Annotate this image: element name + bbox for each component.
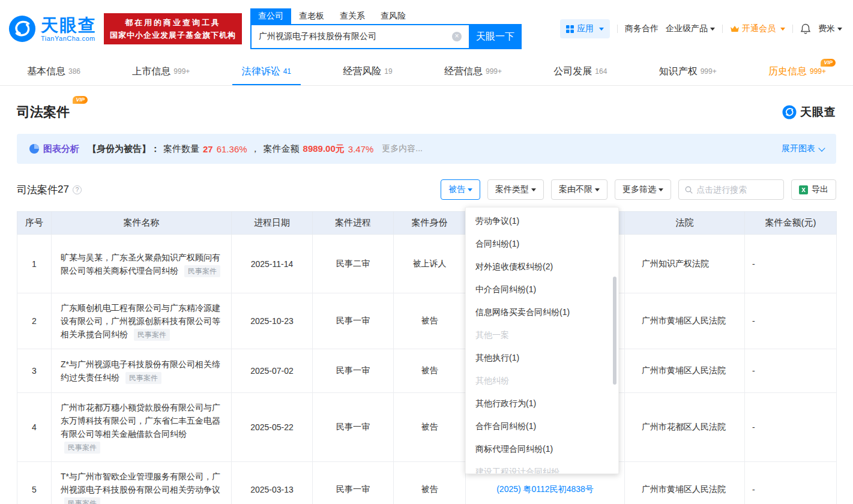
- more-filters-button[interactable]: 更多筛选: [615, 179, 671, 200]
- enterprise-products-link[interactable]: 企业级产品: [666, 23, 715, 34]
- dropdown-option-disabled: 其他一案: [466, 323, 618, 346]
- help-icon[interactable]: ?: [73, 185, 82, 194]
- cause-filter-button[interactable]: 案由不限: [551, 179, 607, 200]
- dropdown-option[interactable]: 合作合同纠纷(1): [466, 415, 618, 437]
- case-name-link[interactable]: T*与广州市智欧企业管理服务有限公司，广州视源电子科技股份有限公司相关劳动争议: [61, 472, 220, 494]
- case-row: 3 Z*与广州视源电子科技股份有限公司相关缔约过失责任纠纷 民事案件 2025-…: [17, 349, 837, 393]
- case-role: 被告: [394, 293, 466, 349]
- divider: [792, 25, 793, 33]
- case-number-link[interactable]: (2025) 粤0112民初4838号: [496, 484, 594, 494]
- business-coop-link[interactable]: 商务合作: [625, 23, 659, 34]
- case-name-cell[interactable]: Z*与广州视源电子科技股份有限公司相关缔约过失责任纠纷 民事案件: [52, 349, 232, 393]
- clear-icon[interactable]: ×: [452, 32, 462, 41]
- case-amount-label: 案件金额: [264, 143, 300, 155]
- tab-history-info[interactable]: VIP 历史信息999+: [768, 58, 826, 85]
- dropdown-option[interactable]: 其他行政行为(1): [466, 392, 618, 415]
- dropdown-option-disabled: 其他纠纷: [466, 369, 618, 392]
- tab-basic-info[interactable]: 基本信息386: [27, 58, 80, 85]
- progress-date: 2025-07-02: [232, 349, 313, 393]
- search-tab-boss[interactable]: 查老板: [291, 8, 332, 24]
- case-type-filter-button[interactable]: 案件类型: [487, 179, 544, 200]
- tianyancha-logo-icon: [782, 105, 797, 119]
- case-type-tag: 民事案件: [184, 265, 220, 277]
- cause-filter-dropdown: 劳动争议(1) 合同纠纷(1) 对外追收债权纠纷(2) 中介合同纠纷(1) 信息…: [465, 207, 619, 474]
- progress-date: 2025-11-14: [232, 235, 313, 293]
- more-content-link[interactable]: 更多内容...: [382, 143, 423, 154]
- tab-operation-risk[interactable]: 经营风险19: [343, 58, 392, 85]
- chevron-down-icon: [531, 188, 536, 191]
- user-menu[interactable]: 费米: [818, 23, 842, 34]
- case-amount: -: [745, 349, 837, 393]
- search-tab-company[interactable]: 查公司: [250, 8, 291, 24]
- tab-listing-info[interactable]: 上市信息999+: [132, 58, 190, 85]
- dropdown-scrollbar[interactable]: [613, 277, 616, 385]
- chart-analysis-bar: 图表分析 【身份为被告】： 案件数量 27 61.36% ， 案件金额 8989…: [17, 134, 836, 164]
- comma: ，: [251, 143, 260, 155]
- case-amount-percent: 3.47%: [348, 144, 374, 154]
- dropdown-option[interactable]: 合同纠纷(1): [466, 232, 618, 255]
- col-header-court: 法院: [625, 212, 745, 235]
- dropdown-option[interactable]: 对外追收债权纠纷(2): [466, 255, 618, 278]
- chevron-down-icon: [659, 188, 663, 191]
- case-row: 1 旷某与吴某，广东圣火聚鼎知识产权顾问有限公司等相关商标代理合同纠纷 民事案件…: [17, 235, 837, 293]
- apps-menu[interactable]: 应用: [560, 19, 610, 38]
- top-header: 天眼查 TianYanCha.com 都在用的商业查询工具 国家中小企业发展子基…: [0, 0, 853, 58]
- case-amount: -: [745, 393, 837, 462]
- expand-chart-link[interactable]: 展开图表: [782, 143, 824, 154]
- search-button[interactable]: 天眼一下: [469, 24, 522, 49]
- company-detail-tabs: 基本信息386 上市信息999+ 法律诉讼41 经营风险19 经营信息999+ …: [0, 58, 853, 86]
- apps-label: 应用: [577, 23, 594, 34]
- table-search-box[interactable]: [678, 179, 784, 200]
- search-tab-relation[interactable]: 查关系: [332, 8, 373, 24]
- dropdown-option[interactable]: 中介合同纠纷(1): [466, 278, 618, 301]
- tab-legal-proceedings[interactable]: 法律诉讼41: [242, 58, 291, 85]
- top-nav: 应用 商务合作 企业级产品 开通会员: [560, 19, 842, 38]
- case-name-cell[interactable]: T*与广州市智欧企业管理服务有限公司，广州视源电子科技股份有限公司相关劳动争议 …: [52, 462, 232, 504]
- brand-watermark: 天眼查: [782, 104, 836, 120]
- col-header-case-role: 案件身份: [394, 212, 466, 235]
- case-type-tag: 民事案件: [64, 497, 100, 504]
- chevron-down-icon: [818, 145, 825, 151]
- court: 广州知识产权法院: [625, 235, 745, 293]
- filter-row: 司法案件27 ? 被告 案件类型 案由不限 更多筛选: [0, 179, 853, 200]
- case-name-link[interactable]: 广州市花都万穗小额贷款股份有限公司与广东万博科技有限公司，广东省仁丰五金电器有限…: [61, 403, 220, 439]
- case-role: 被上诉人: [394, 235, 466, 293]
- search-tab-risk[interactable]: 查风险: [373, 8, 414, 24]
- tab-company-development[interactable]: 公司发展164: [553, 58, 607, 85]
- chevron-down-icon: [780, 28, 785, 31]
- case-count-label: 案件数量: [163, 143, 199, 155]
- role-filter-button[interactable]: 被告: [441, 179, 480, 200]
- table-search-input[interactable]: [696, 185, 777, 194]
- dropdown-option[interactable]: 信息网络买卖合同纠纷(1): [466, 301, 618, 323]
- case-name-cell[interactable]: 广州市花都万穗小额贷款股份有限公司与广东万博科技有限公司，广东省仁丰五金电器有限…: [52, 393, 232, 462]
- case-amount: -: [745, 462, 837, 504]
- divider: [617, 25, 618, 33]
- search-area: 查公司 查老板 查关系 查风险 × 天眼一下: [250, 8, 522, 49]
- logo-subtitle: TianYanCha.com: [41, 35, 97, 42]
- row-index: 2: [17, 293, 52, 349]
- dropdown-option[interactable]: 劳动争议(1): [466, 209, 618, 232]
- tianyancha-logo-icon: [8, 15, 36, 43]
- defendant-identity-label: 【身份为被告】：: [88, 143, 160, 155]
- case-name-cell[interactable]: 旷某与吴某，广东圣火聚鼎知识产权顾问有限公司等相关商标代理合同纠纷 民事案件: [52, 235, 232, 293]
- tianyancha-logo[interactable]: 天眼查 TianYanCha.com: [8, 15, 97, 43]
- excel-icon: [799, 185, 808, 194]
- case-type-tag: 民事案件: [64, 442, 100, 454]
- progress-date: 2025-05-22: [232, 393, 313, 462]
- open-vip-link[interactable]: 开通会员: [730, 23, 785, 34]
- dropdown-option[interactable]: 商标代理合同纠纷(1): [466, 437, 618, 460]
- case-amount-value: 8989.00元: [303, 143, 345, 155]
- case-name-cell[interactable]: 广东顺创机电工程有限公司与广东精冷源建设有限公司，广州视源创新科技有限公司等相关…: [52, 293, 232, 349]
- company-search-input[interactable]: [250, 24, 469, 49]
- chart-analysis-label: 图表分析: [43, 143, 79, 155]
- page-title: 司法案件: [17, 104, 70, 119]
- pie-chart-icon: [29, 143, 40, 154]
- tab-intellectual-property[interactable]: 知识产权999+: [659, 58, 717, 85]
- export-button[interactable]: 导出: [791, 179, 836, 200]
- dropdown-option[interactable]: 其他执行(1): [466, 346, 618, 369]
- tab-operation-info[interactable]: 经营信息999+: [444, 58, 502, 85]
- case-count-percent: 61.36%: [217, 144, 247, 154]
- notification-bell-icon[interactable]: [800, 23, 811, 35]
- case-type-tag: 民事案件: [125, 372, 161, 384]
- case-amount: -: [745, 235, 837, 293]
